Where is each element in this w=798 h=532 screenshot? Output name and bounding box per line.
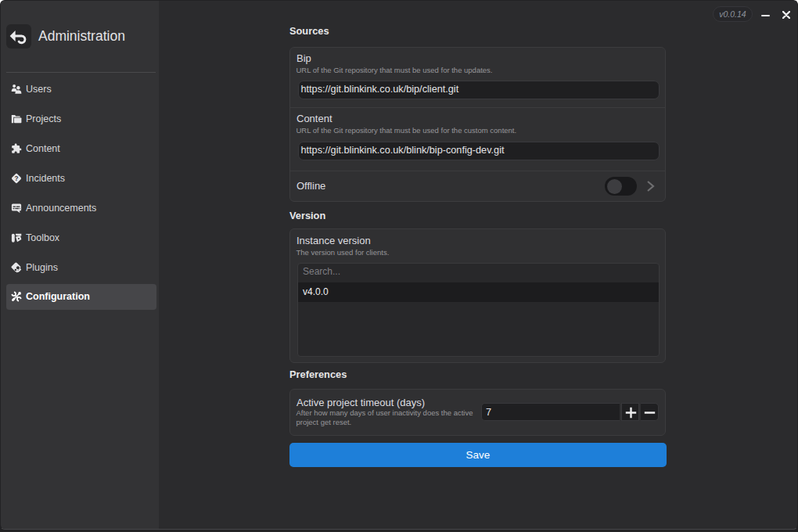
svg-text:?: ?	[15, 175, 19, 182]
